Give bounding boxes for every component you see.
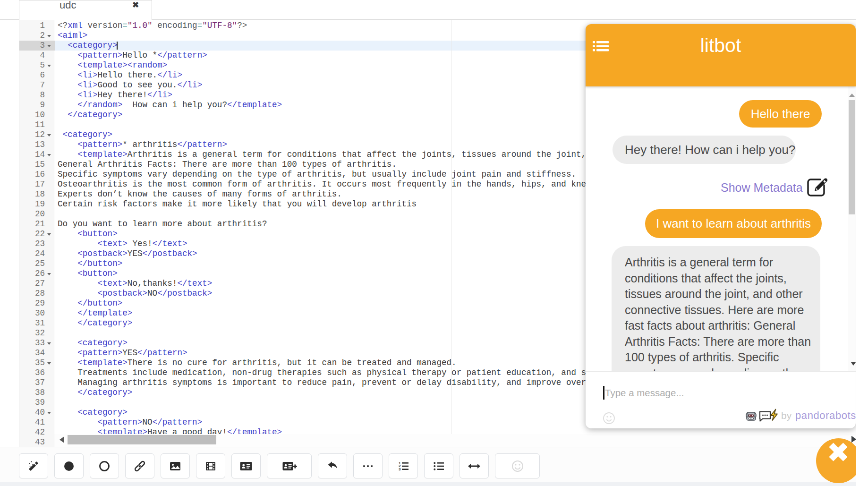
svg-text:3: 3 [399,467,401,471]
